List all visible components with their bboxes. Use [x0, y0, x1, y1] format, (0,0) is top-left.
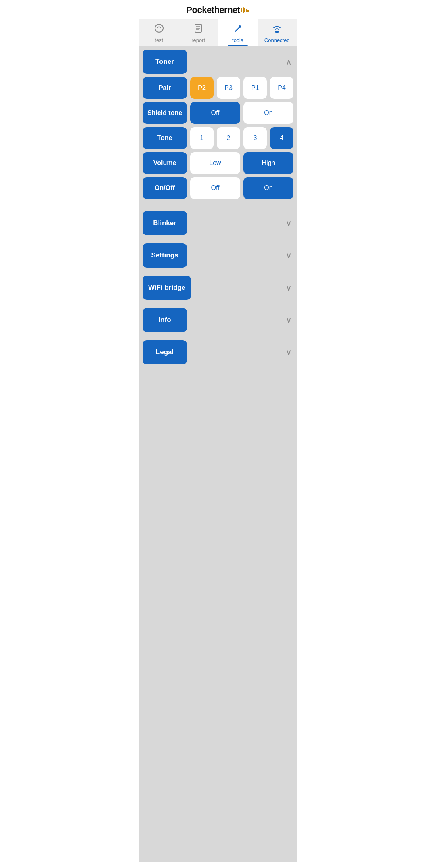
- blinker-section[interactable]: Blinker ∨: [139, 208, 297, 238]
- tone-label-btn[interactable]: Tone: [143, 127, 187, 149]
- settings-section-btn[interactable]: Settings: [143, 243, 187, 268]
- tab-report-label: report: [191, 37, 205, 43]
- onoff-label-btn[interactable]: On/Off: [143, 177, 187, 199]
- pair-row: Pair P2 P3 P1 P4: [143, 77, 293, 99]
- pair-label-btn[interactable]: Pair: [143, 77, 187, 99]
- tone-3-btn[interactable]: 3: [243, 127, 267, 149]
- legal-section[interactable]: Legal ∨: [139, 337, 297, 368]
- tab-connected[interactable]: Connected: [258, 19, 297, 46]
- pair-p1-btn[interactable]: P1: [243, 77, 267, 99]
- toner-chevron-up: ∧: [286, 57, 293, 67]
- legal-chevron-down: ∨: [286, 347, 293, 357]
- shield-tone-off-btn[interactable]: Off: [190, 102, 240, 124]
- pair-p4-btn[interactable]: P4: [270, 77, 293, 99]
- toner-section-btn[interactable]: Toner: [143, 50, 187, 74]
- onoff-options: Off On: [190, 177, 293, 199]
- tab-connected-label: Connected: [264, 37, 290, 43]
- pair-options: P2 P3 P1 P4: [190, 77, 293, 99]
- volume-low-btn[interactable]: Low: [190, 152, 240, 174]
- toner-section-header[interactable]: Toner ∧: [139, 46, 297, 77]
- pair-p3-btn[interactable]: P3: [217, 77, 240, 99]
- tab-test[interactable]: test: [139, 19, 179, 46]
- svg-point-11: [239, 25, 241, 28]
- svg-rect-12: [275, 31, 279, 33]
- svg-rect-0: [241, 8, 242, 12]
- tab-bar: test report tools: [139, 19, 297, 46]
- onoff-on-btn[interactable]: On: [243, 177, 293, 199]
- shield-tone-on-btn[interactable]: On: [243, 102, 293, 124]
- volume-options: Low High: [190, 152, 293, 174]
- tab-test-label: test: [155, 37, 163, 43]
- logo-icon: [241, 7, 250, 13]
- svg-rect-4: [247, 10, 249, 12]
- svg-rect-3: [246, 9, 247, 12]
- info-chevron-down: ∨: [286, 315, 293, 325]
- tone-1-btn[interactable]: 1: [190, 127, 214, 149]
- tab-report[interactable]: report: [179, 19, 218, 46]
- shield-tone-options: Off On: [190, 102, 293, 124]
- report-icon: [193, 23, 203, 36]
- svg-rect-1: [243, 7, 244, 13]
- tools-icon: [233, 23, 243, 36]
- volume-high-btn[interactable]: High: [243, 152, 293, 174]
- connected-icon: [272, 23, 282, 36]
- volume-label-btn[interactable]: Volume: [143, 152, 187, 174]
- shield-tone-label-btn[interactable]: Shield tone: [143, 102, 187, 124]
- test-icon: [154, 23, 164, 36]
- wifi-bridge-section[interactable]: WiFi bridge ∨: [139, 272, 297, 303]
- pair-p2-btn[interactable]: P2: [190, 77, 214, 99]
- tone-options: 1 2 3 4: [190, 127, 293, 149]
- toner-content: Pair P2 P3 P1 P4 Shield tone Off On Tone: [139, 77, 297, 206]
- wifi-bridge-section-btn[interactable]: WiFi bridge: [143, 276, 191, 300]
- info-section-btn[interactable]: Info: [143, 308, 187, 332]
- header: Pockethernet: [139, 0, 297, 19]
- blinker-chevron-down: ∨: [286, 218, 293, 228]
- toner-section: Toner ∧ Pair P2 P3 P1 P4 Shield tone Off…: [139, 46, 297, 206]
- blinker-section-btn[interactable]: Blinker: [143, 211, 187, 235]
- svg-rect-2: [244, 8, 245, 12]
- tone-4-btn[interactable]: 4: [270, 127, 293, 149]
- tone-2-btn[interactable]: 2: [217, 127, 240, 149]
- settings-section[interactable]: Settings ∨: [139, 240, 297, 271]
- settings-chevron-down: ∨: [286, 251, 293, 260]
- onoff-off-btn[interactable]: Off: [190, 177, 240, 199]
- info-section[interactable]: Info ∨: [139, 305, 297, 335]
- wifi-bridge-chevron-down: ∨: [286, 283, 293, 293]
- tab-tools-label: tools: [232, 37, 243, 43]
- legal-section-btn[interactable]: Legal: [143, 340, 187, 364]
- shield-tone-row: Shield tone Off On: [143, 102, 293, 124]
- volume-row: Volume Low High: [143, 152, 293, 174]
- tab-tools[interactable]: tools: [218, 19, 258, 46]
- app-title: Pockethernet: [186, 5, 240, 15]
- content-area: Toner ∧ Pair P2 P3 P1 P4 Shield tone Off…: [139, 46, 297, 862]
- onoff-row: On/Off Off On: [143, 177, 293, 199]
- tone-row: Tone 1 2 3 4: [143, 127, 293, 149]
